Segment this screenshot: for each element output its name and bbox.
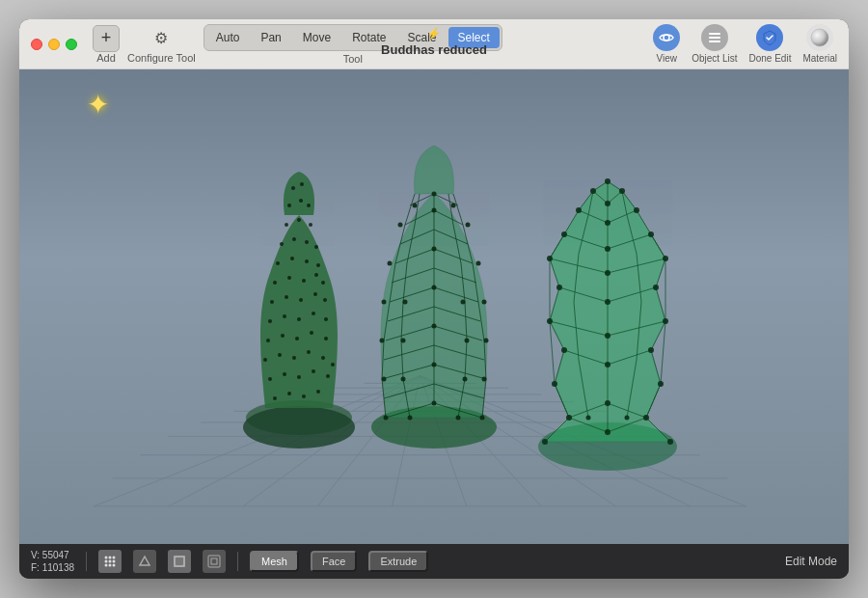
svg-point-149 [113, 564, 116, 567]
svg-point-115 [561, 231, 567, 237]
extrude-button[interactable]: Extrude [368, 551, 428, 572]
face-button[interactable]: Face [311, 551, 357, 572]
solid-view-button[interactable] [168, 550, 191, 573]
svg-point-49 [297, 317, 301, 321]
wireframe-view-button[interactable] [203, 550, 226, 573]
svg-point-35 [326, 374, 330, 378]
pan-tool-button[interactable]: Pan [251, 27, 290, 48]
svg-point-85 [432, 324, 437, 329]
svg-point-90 [482, 300, 487, 305]
material-tool[interactable]: Material [802, 24, 837, 64]
svg-point-46 [324, 337, 328, 340]
close-button[interactable] [31, 39, 42, 50]
svg-rect-151 [176, 557, 183, 565]
svg-point-76 [291, 186, 295, 190]
configure-tool-label: Configure Tool [127, 52, 196, 64]
svg-point-63 [290, 257, 294, 260]
svg-point-54 [299, 298, 303, 302]
svg-point-107 [461, 300, 466, 305]
svg-point-102 [401, 377, 406, 382]
right-tools: View Object List [653, 24, 837, 64]
svg-point-68 [305, 240, 309, 244]
add-group: + Add [93, 25, 120, 64]
svg-point-88 [432, 285, 437, 290]
svg-point-38 [292, 356, 296, 360]
viewport[interactable]: ✦ [19, 69, 849, 544]
svg-point-124 [547, 318, 553, 324]
svg-point-33 [297, 375, 301, 379]
auto-tool-button[interactable]: Auto [206, 27, 250, 48]
maximize-button[interactable] [66, 39, 77, 50]
svg-point-79 [432, 401, 437, 406]
svg-point-80 [384, 416, 389, 421]
traffic-lights [31, 39, 77, 50]
svg-point-47 [268, 319, 272, 323]
object-list-label: Object List [692, 53, 737, 64]
svg-point-92 [388, 261, 393, 266]
svg-point-136 [605, 429, 610, 435]
configure-tool-icon[interactable]: ⚙ [148, 25, 175, 52]
svg-point-133 [566, 415, 572, 421]
svg-point-74 [299, 199, 303, 203]
triangle-view-button[interactable] [133, 550, 156, 573]
svg-point-123 [653, 285, 659, 290]
svg-point-83 [382, 377, 387, 382]
svg-point-141 [105, 557, 108, 559]
svg-point-89 [382, 300, 387, 305]
svg-point-145 [109, 560, 112, 563]
move-tool-button[interactable]: Move [293, 27, 340, 48]
material-icon [806, 24, 833, 51]
svg-point-84 [482, 377, 487, 382]
svg-point-91 [432, 247, 437, 252]
dots-view-button[interactable] [98, 550, 122, 573]
view-tool[interactable]: View [653, 24, 680, 64]
svg-point-27 [273, 396, 277, 400]
svg-point-51 [324, 317, 328, 321]
svg-point-57 [273, 281, 277, 285]
divider-1 [86, 552, 87, 571]
svg-rect-153 [211, 558, 217, 564]
svg-point-99 [451, 204, 456, 208]
svg-point-120 [663, 256, 668, 261]
divider-2 [237, 552, 238, 571]
svg-point-41 [331, 363, 335, 367]
svg-point-109 [605, 178, 610, 184]
mesh-button[interactable]: Mesh [250, 551, 299, 572]
svg-point-64 [305, 259, 309, 263]
window-title-area: ⚡ Buddhas reduced [381, 27, 487, 57]
svg-point-113 [605, 201, 610, 206]
svg-point-121 [556, 285, 562, 290]
svg-point-138 [667, 439, 673, 445]
svg-point-142 [109, 557, 112, 559]
svg-point-44 [295, 337, 299, 340]
svg-point-135 [643, 415, 649, 421]
svg-point-36 [263, 358, 267, 362]
svg-point-98 [413, 204, 418, 208]
svg-point-100 [408, 416, 413, 421]
svg-point-4 [811, 29, 828, 46]
minimize-button[interactable] [48, 39, 60, 50]
material-label: Material [802, 53, 837, 64]
add-button[interactable]: + [93, 25, 120, 52]
edit-mode-label: Edit Mode [785, 555, 837, 568]
svg-point-129 [648, 347, 654, 353]
svg-point-34 [312, 369, 315, 373]
object-list-icon [701, 24, 728, 51]
svg-point-97 [432, 192, 437, 197]
svg-point-103 [463, 377, 468, 382]
svg-point-73 [287, 204, 291, 207]
add-label: Add [96, 52, 116, 64]
done-edit-tool[interactable]: Done Edit [749, 24, 792, 64]
object-list-tool[interactable]: Object List [692, 24, 737, 64]
svg-point-61 [321, 281, 325, 285]
svg-point-71 [297, 218, 301, 222]
svg-point-72 [309, 223, 312, 227]
svg-point-40 [321, 356, 325, 360]
svg-point-55 [313, 292, 317, 296]
svg-point-134 [605, 400, 610, 406]
statues-svg [19, 69, 849, 544]
svg-point-144 [105, 560, 108, 563]
svg-point-95 [398, 223, 403, 228]
svg-point-104 [401, 339, 406, 343]
svg-point-28 [287, 392, 291, 395]
